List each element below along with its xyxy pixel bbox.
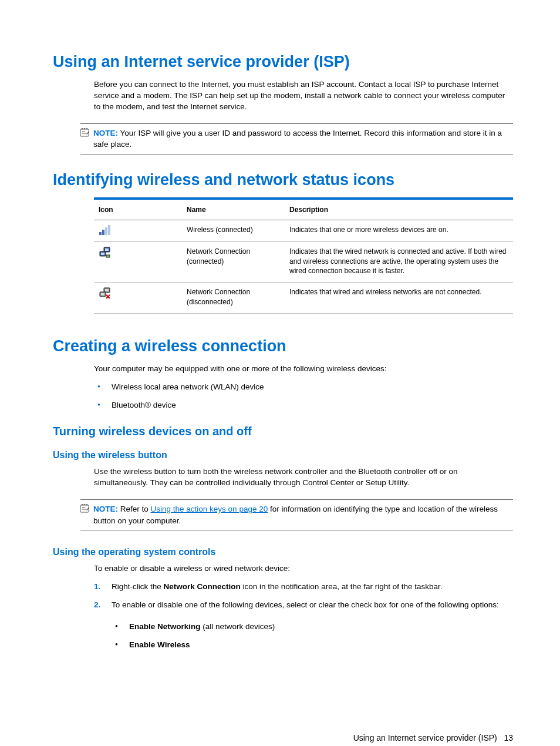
- os-steps: 1. Right-click the Network Connection ic…: [94, 582, 513, 651]
- note-pre: Refer to: [120, 505, 151, 513]
- page-number: 13: [504, 733, 513, 742]
- list-item: Bluetooth® device: [94, 400, 513, 411]
- heading-icons: Identifying wireless and network status …: [53, 171, 513, 189]
- heading-wireless: Creating a wireless connection: [53, 337, 513, 355]
- svg-rect-0: [80, 129, 89, 136]
- note-isp: NOTE: Your ISP will give you a user ID a…: [80, 123, 513, 154]
- link-action-keys[interactable]: Using the action keys on page 20: [151, 505, 268, 513]
- svg-rect-10: [101, 253, 104, 255]
- step-number: 1.: [94, 582, 100, 593]
- note-text: Your ISP will give you a user ID and pas…: [93, 129, 502, 149]
- footer-text: Using an Internet service provider (ISP): [353, 733, 497, 742]
- para-os-intro: To enable or disable a wireless or wired…: [94, 563, 513, 574]
- th-desc: Description: [285, 200, 513, 220]
- table-row: Network Connection (connected) Indicates…: [94, 241, 513, 282]
- device-list: Wireless local area network (WLAN) devic…: [94, 382, 513, 411]
- svg-rect-3: [99, 232, 102, 235]
- table-row: Network Connection (disconnected) Indica…: [94, 283, 513, 314]
- th-icon: Icon: [94, 200, 182, 220]
- para-wireless-intro: Your computer may be equipped with one o…: [94, 364, 513, 375]
- network-disconnected-icon: [99, 287, 177, 299]
- svg-rect-6: [108, 225, 110, 235]
- heading-wireless-button: Using the wireless button: [53, 450, 513, 461]
- step-number: 2.: [94, 600, 100, 611]
- note-label: NOTE:: [93, 505, 118, 513]
- table-row: Wireless (connected) Indicates that one …: [94, 220, 513, 241]
- cell-desc: Indicates that one or more wireless devi…: [285, 220, 513, 241]
- wireless-signal-icon: [99, 225, 177, 236]
- svg-rect-15: [101, 293, 104, 295]
- cell-desc: Indicates that the wired network is conn…: [285, 241, 513, 282]
- para-isp-intro: Before you can connect to the Internet, …: [94, 79, 513, 113]
- note-icon: [80, 127, 90, 142]
- cell-name: Network Connection (disconnected): [182, 283, 285, 314]
- os-options: Enable Networking (all network devices) …: [112, 621, 513, 651]
- svg-rect-8: [105, 248, 109, 251]
- heading-os-controls: Using the operating system controls: [53, 547, 513, 557]
- list-item: 2. To enable or disable one of the follo…: [94, 600, 513, 651]
- para-wireless-button: Use the wireless button to turn both the…: [94, 466, 513, 489]
- heading-isp: Using an Internet service provider (ISP): [53, 53, 513, 71]
- page-footer: Using an Internet service provider (ISP)…: [53, 733, 513, 742]
- cell-name: Wireless (connected): [182, 220, 285, 241]
- svg-rect-4: [102, 230, 104, 235]
- cell-desc: Indicates that wired and wireless networ…: [285, 283, 513, 314]
- network-connected-icon: [99, 247, 177, 258]
- cell-name: Network Connection (connected): [182, 241, 285, 282]
- note-action-keys: NOTE: Refer to Using the action keys on …: [80, 499, 513, 530]
- th-name: Name: [182, 200, 285, 220]
- svg-rect-18: [80, 505, 89, 512]
- list-item: Enable Wireless: [112, 640, 513, 651]
- list-item: 1. Right-click the Network Connection ic…: [94, 582, 513, 593]
- list-item: Enable Networking (all network devices): [112, 621, 513, 633]
- status-icons-table: Icon Name Description Wireless (connecte…: [94, 200, 513, 314]
- svg-rect-11: [106, 255, 110, 257]
- svg-rect-5: [105, 227, 107, 235]
- note-icon: [80, 503, 90, 518]
- list-item: Wireless local area network (WLAN) devic…: [94, 382, 513, 393]
- heading-toggle-devices: Turning wireless devices on and off: [53, 425, 513, 438]
- note-label: NOTE:: [93, 129, 118, 137]
- svg-rect-13: [105, 289, 109, 291]
